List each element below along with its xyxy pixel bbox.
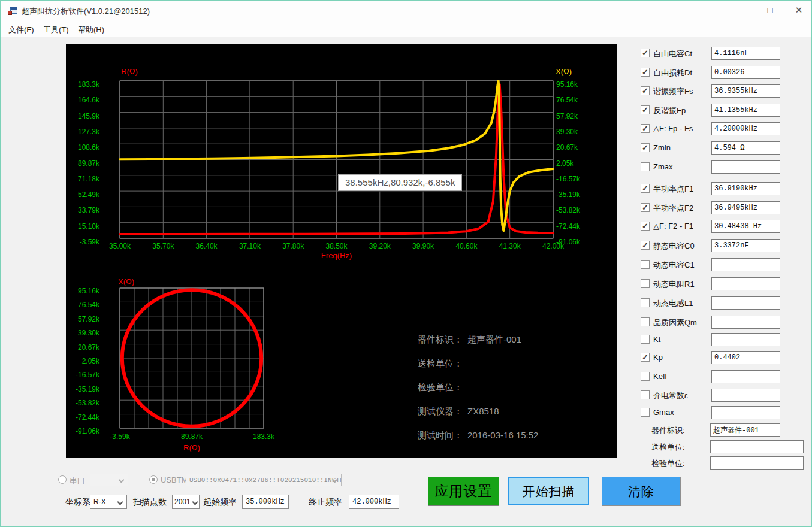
stop-freq-label: 终止频率 xyxy=(309,497,342,508)
param-checkbox[interactable]: ✓ xyxy=(641,68,650,77)
param-checkbox[interactable] xyxy=(641,335,650,344)
main-x-axis-tick: 36.40k xyxy=(196,242,218,250)
param-row: 动态电阻R1 xyxy=(641,277,810,290)
main-x-axis-title: Freq(Hz) xyxy=(321,251,352,260)
id-field-input[interactable] xyxy=(710,456,804,470)
param-checkbox[interactable] xyxy=(641,298,650,307)
param-label: 静态电容C0 xyxy=(653,241,695,252)
checkmark-icon: ✓ xyxy=(642,353,648,361)
id-field-label: 器件标识: xyxy=(651,425,685,436)
param-value-input[interactable] xyxy=(711,47,780,60)
param-checkbox[interactable]: ✓ xyxy=(641,124,650,133)
param-value-input[interactable] xyxy=(711,66,780,79)
coord-system-combo[interactable]: R-X xyxy=(90,495,127,509)
checkmark-icon: ✓ xyxy=(642,222,648,230)
param-label: 半功率点F1 xyxy=(653,184,693,195)
param-value-input[interactable] xyxy=(711,389,780,402)
id-field-input[interactable] xyxy=(710,423,780,437)
param-checkbox[interactable]: ✓ xyxy=(641,203,650,212)
param-checkbox[interactable]: ✓ xyxy=(641,86,650,95)
param-value-input[interactable] xyxy=(711,239,780,252)
param-value-input[interactable] xyxy=(711,220,780,233)
circle-y-axis-tick: 57.92k xyxy=(78,315,100,323)
circle-x-axis-tick: 89.87k xyxy=(181,432,203,441)
param-label: Keff xyxy=(653,372,667,381)
param-checkbox[interactable] xyxy=(641,260,650,269)
menu-tools[interactable]: 工具(T) xyxy=(40,23,73,37)
info-label: 器件标识： xyxy=(418,334,463,344)
info-line: 测试时间：2016-03-16 15:52 xyxy=(418,430,538,454)
info-label: 测试时间： xyxy=(418,430,463,440)
param-checkbox[interactable] xyxy=(641,372,650,381)
main-left-axis-tick: 33.79k xyxy=(78,206,100,214)
param-checkbox[interactable]: ✓ xyxy=(641,49,650,57)
param-value-input[interactable] xyxy=(711,333,780,346)
param-label: 自由损耗Dt xyxy=(653,68,692,78)
main-x-axis-tick: 42.00k xyxy=(542,242,565,250)
param-checkbox[interactable]: ✓ xyxy=(641,353,650,362)
param-row: ✓Kp xyxy=(641,351,810,364)
param-value-input[interactable] xyxy=(711,370,780,383)
param-checkbox[interactable]: ✓ xyxy=(641,222,650,231)
param-label: 动态电容C1 xyxy=(653,260,695,271)
checkmark-icon: ✓ xyxy=(642,125,648,132)
maximize-button[interactable]: □ xyxy=(760,1,780,19)
param-value-input[interactable] xyxy=(711,406,780,419)
param-checkbox[interactable]: ✓ xyxy=(641,143,650,152)
param-value-input[interactable] xyxy=(711,316,780,329)
apply-settings-button[interactable]: 应用设置 xyxy=(428,477,499,506)
param-checkbox[interactable] xyxy=(641,408,650,417)
usbtmc-radio[interactable] xyxy=(149,475,158,484)
clear-button[interactable]: 清除 xyxy=(602,477,681,506)
param-value-input[interactable] xyxy=(711,296,780,310)
menu-file[interactable]: 文件(F) xyxy=(5,23,38,37)
minimize-button[interactable]: — xyxy=(731,1,751,19)
param-value-input[interactable] xyxy=(711,141,780,155)
circle-x-axis-tick: 183.3k xyxy=(253,432,275,441)
param-value-input[interactable] xyxy=(711,122,780,135)
stop-freq-input[interactable] xyxy=(349,495,399,509)
start-scan-button[interactable]: 开始扫描 xyxy=(508,477,589,505)
param-value-input[interactable] xyxy=(711,258,780,271)
param-value-input[interactable] xyxy=(711,277,780,290)
param-label: △F: Fp - Fs xyxy=(653,124,693,133)
param-checkbox[interactable] xyxy=(641,162,650,171)
close-button[interactable]: ✕ xyxy=(789,1,809,19)
menu-help[interactable]: 帮助(H) xyxy=(74,23,108,37)
param-row: 动态电感L1 xyxy=(641,296,810,310)
info-value: 超声器件-001 xyxy=(467,334,521,344)
param-checkbox[interactable]: ✓ xyxy=(641,184,650,193)
param-label: Zmin xyxy=(653,143,671,152)
param-checkbox[interactable] xyxy=(641,390,650,399)
main-right-axis-tick: 95.16k xyxy=(556,80,578,89)
param-checkbox[interactable] xyxy=(641,279,650,288)
main-right-axis-tick: 57.92k xyxy=(556,112,578,120)
param-value-input[interactable] xyxy=(711,201,780,214)
start-freq-input[interactable] xyxy=(242,495,289,509)
info-label: 送检单位： xyxy=(418,358,463,368)
app-icon-square-part xyxy=(8,11,12,15)
info-label: 检验单位： xyxy=(418,382,463,392)
param-row: Gmax xyxy=(641,406,810,419)
param-checkbox[interactable]: ✓ xyxy=(641,105,650,114)
usbtmc-address-combo[interactable]: USB0::0x0471::0x2786::T020215010::INSTR xyxy=(186,474,342,486)
serial-radio[interactable] xyxy=(58,475,67,484)
param-row: ✓△F: Fp - Fs xyxy=(641,122,810,135)
id-field-label: 检验单位: xyxy=(651,458,685,469)
param-value-input[interactable] xyxy=(711,84,780,98)
id-field-input[interactable] xyxy=(710,440,804,453)
info-label: 测试仪器： xyxy=(418,406,463,416)
param-checkbox[interactable] xyxy=(641,317,650,326)
param-row: 动态电容C1 xyxy=(641,258,810,271)
title-bar: 超声阻抗分析软件(V1.0.21@201512) — □ ✕ xyxy=(1,1,811,20)
param-value-input[interactable] xyxy=(711,182,780,195)
param-checkbox[interactable]: ✓ xyxy=(641,241,650,250)
param-label: Kt xyxy=(653,335,660,344)
param-value-input[interactable] xyxy=(711,160,780,174)
main-x-axis-tick: 37.10k xyxy=(239,242,261,250)
serial-port-combo[interactable] xyxy=(90,474,128,486)
scan-points-combo[interactable]: 2001 xyxy=(172,495,200,509)
param-value-input[interactable] xyxy=(711,351,780,364)
checkmark-icon: ✓ xyxy=(642,144,648,152)
param-value-input[interactable] xyxy=(711,104,780,117)
